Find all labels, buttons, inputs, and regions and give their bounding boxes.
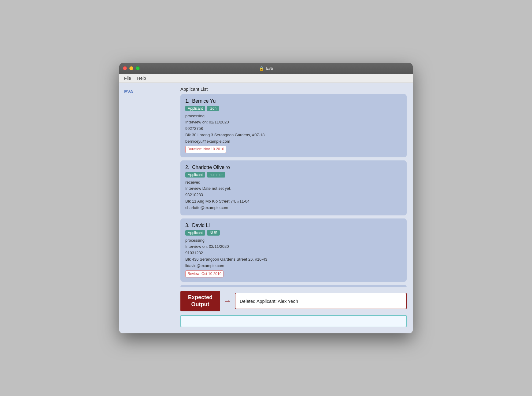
applicant-info-1: processing Interview on: 02/11/2020 9927… xyxy=(185,113,402,153)
applicant-card-2[interactable]: 2. Charlotte Oliveiro Applicant summer r… xyxy=(180,160,407,215)
applicant-info-2: received Interview Date not set yet. 932… xyxy=(185,179,402,211)
applicant-info-3: processing Interview on: 02/11/2020 9103… xyxy=(185,237,402,277)
app-window: 🔒 Eva File Help EVA Applicant List 1. Be… xyxy=(119,63,413,333)
menu-file[interactable]: File xyxy=(124,76,131,81)
sidebar: EVA xyxy=(119,83,174,333)
applicant-card-1[interactable]: 1. Bernice Yu Applicant tech processing … xyxy=(180,94,407,157)
minimize-button[interactable] xyxy=(129,66,133,70)
tag-applicant-3: Applicant xyxy=(185,230,205,236)
applicant-name-1: 1. Bernice Yu xyxy=(185,98,402,104)
menu-help[interactable]: Help xyxy=(137,76,146,81)
tag-applicant: Applicant xyxy=(185,106,205,111)
command-input-row xyxy=(174,315,413,333)
applicant-tags-2: Applicant summer xyxy=(185,172,402,178)
sidebar-logo: EVA xyxy=(124,89,169,94)
arrow-icon: → xyxy=(224,297,231,305)
applicant-name-2: 2. Charlotte Oliveiro xyxy=(185,165,402,170)
applicant-card-4[interactable]: 4. Irfan Ibrahim Applicant business rece… xyxy=(180,285,407,287)
tag-nus: NUS xyxy=(207,230,220,236)
badge-review-3: Review: Oct 10 2010 xyxy=(185,270,224,277)
applicant-tags-3: Applicant NUS xyxy=(185,230,402,236)
applicant-list[interactable]: 1. Bernice Yu Applicant tech processing … xyxy=(174,94,413,287)
tag-summer: summer xyxy=(207,172,225,178)
titlebar: 🔒 Eva xyxy=(119,63,413,74)
expected-output-row: Expected Output → Deleted Applicant: Ale… xyxy=(180,291,407,311)
applicant-card-3[interactable]: 3. David Li Applicant NUS processing Int… xyxy=(180,218,407,282)
title-icon: 🔒 xyxy=(259,66,264,71)
badge-duration-1: Duration: Nov 10 2010 xyxy=(185,146,226,153)
maximize-button[interactable] xyxy=(136,66,140,70)
app-body: EVA Applicant List 1. Bernice Yu Applica… xyxy=(119,83,413,333)
traffic-lights xyxy=(123,66,140,70)
tag-tech: tech xyxy=(207,106,219,111)
output-box: Deleted Applicant: Alex Yeoh xyxy=(235,293,407,309)
list-header: Applicant List xyxy=(174,83,413,94)
bottom-section: Expected Output → Deleted Applicant: Ale… xyxy=(174,287,413,315)
applicant-tags-1: Applicant tech xyxy=(185,106,402,111)
window-title: 🔒 Eva xyxy=(123,66,409,71)
tag-applicant-2: Applicant xyxy=(185,172,205,178)
main-content: Applicant List 1. Bernice Yu Applicant t… xyxy=(174,83,413,333)
close-button[interactable] xyxy=(123,66,127,70)
command-input[interactable] xyxy=(180,315,407,327)
menubar: File Help xyxy=(119,74,413,83)
expected-output-label: Expected Output xyxy=(180,291,220,311)
applicant-name-3: 3. David Li xyxy=(185,223,402,228)
